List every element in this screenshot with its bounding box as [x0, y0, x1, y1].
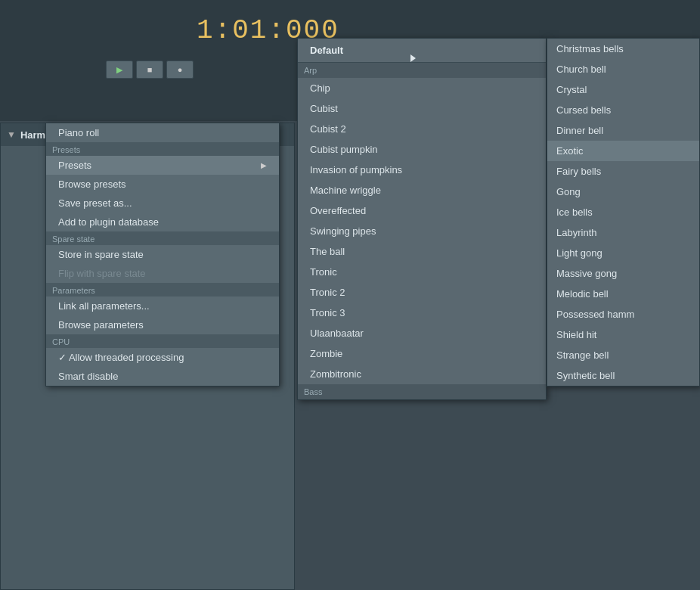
preset-cubist2[interactable]: Cubist 2: [298, 119, 546, 139]
preset-swinging-pipes[interactable]: Swinging pipes: [298, 221, 546, 241]
menu-browse-presets[interactable]: Browse presets: [46, 175, 279, 194]
transport-controls: ▶ ■ ●: [106, 61, 194, 79]
sub-exotic[interactable]: Exotic: [547, 141, 699, 161]
sub-massive-gong[interactable]: Massive gong: [547, 263, 699, 284]
category-bass: Bass: [298, 384, 546, 399]
menu-presets[interactable]: Presets ▶: [46, 156, 279, 175]
menu-add-plugin-db[interactable]: Add to plugin database: [46, 213, 279, 231]
play-button[interactable]: ▶: [106, 61, 133, 79]
sub-ice-bells[interactable]: Ice bells: [547, 202, 699, 222]
preset-zombie[interactable]: Zombie: [298, 343, 546, 364]
sub-fairy-bells[interactable]: Fairy bells: [547, 161, 699, 182]
preset-tronic2[interactable]: Tronic 2: [298, 282, 546, 303]
preset-default[interactable]: Default: [298, 39, 546, 63]
menu-store-spare[interactable]: Store in spare state: [46, 245, 279, 264]
preset-invasion[interactable]: Invasion of pumpkins: [298, 160, 546, 180]
sub-strange-bell[interactable]: Strange bell: [547, 345, 699, 365]
section-cpu: CPU: [46, 334, 279, 348]
preset-the-ball[interactable]: The ball: [298, 241, 546, 262]
presets-arrow-icon: ▶: [261, 161, 267, 169]
plugin-collapse-arrow[interactable]: ▼: [7, 129, 16, 140]
main-context-menu: Piano roll Presets Presets ▶ Browse pres…: [45, 123, 280, 387]
section-spare-state: Spare state: [46, 231, 279, 245]
presets-submenu: Default Arp Chip Cubist Cubist 2 Cubist …: [297, 38, 547, 400]
section-presets: Presets: [46, 142, 279, 156]
sub-menu: Christmas bells Church bell Crystal Curs…: [547, 38, 700, 387]
preset-overeffected[interactable]: Overeffected: [298, 200, 546, 221]
sub-cursed-bells[interactable]: Cursed bells: [547, 100, 699, 120]
menu-flip-spare: Flip with spare state: [46, 264, 279, 283]
sub-shield-hit[interactable]: Shield hit: [547, 324, 699, 345]
sub-crystal[interactable]: Crystal: [547, 79, 699, 100]
sub-church-bell[interactable]: Church bell: [547, 59, 699, 79]
menu-smart-disable[interactable]: Smart disable: [46, 367, 279, 386]
sub-light-gong[interactable]: Light gong: [547, 243, 699, 263]
sub-melodic-bell[interactable]: Melodic bell: [547, 284, 699, 304]
stop-button[interactable]: ■: [136, 61, 163, 79]
preset-cubist-pumpkin[interactable]: Cubist pumpkin: [298, 139, 546, 160]
sub-dinner-bell[interactable]: Dinner bell: [547, 120, 699, 141]
preset-zombitronic[interactable]: Zombitronic: [298, 364, 546, 384]
sub-labyrinth[interactable]: Labyrinth: [547, 222, 699, 243]
preset-tronic[interactable]: Tronic: [298, 262, 546, 282]
preset-ulaanbaatar[interactable]: Ulaanbaatar: [298, 323, 546, 343]
preset-tronic3[interactable]: Tronic 3: [298, 303, 546, 323]
preset-chip[interactable]: Chip: [298, 78, 546, 98]
menu-link-params[interactable]: Link all parameters...: [46, 297, 279, 315]
menu-save-preset[interactable]: Save preset as...: [46, 194, 279, 213]
preset-machine-wriggle[interactable]: Machine wriggle: [298, 180, 546, 200]
sub-possessed-hamm[interactable]: Possessed hamm: [547, 304, 699, 324]
record-button[interactable]: ●: [166, 61, 194, 79]
menu-piano-roll[interactable]: Piano roll: [46, 123, 279, 142]
sub-christmas-bells[interactable]: Christmas bells: [547, 39, 699, 59]
menu-browse-params[interactable]: Browse parameters: [46, 315, 279, 334]
section-parameters: Parameters: [46, 283, 279, 297]
sub-synthetic-bell[interactable]: Synthetic bell: [547, 365, 699, 386]
sub-gong[interactable]: Gong: [547, 182, 699, 202]
category-arp: Arp: [298, 63, 546, 78]
preset-cubist[interactable]: Cubist: [298, 98, 546, 119]
menu-allow-threaded[interactable]: Allow threaded processing: [46, 348, 279, 367]
